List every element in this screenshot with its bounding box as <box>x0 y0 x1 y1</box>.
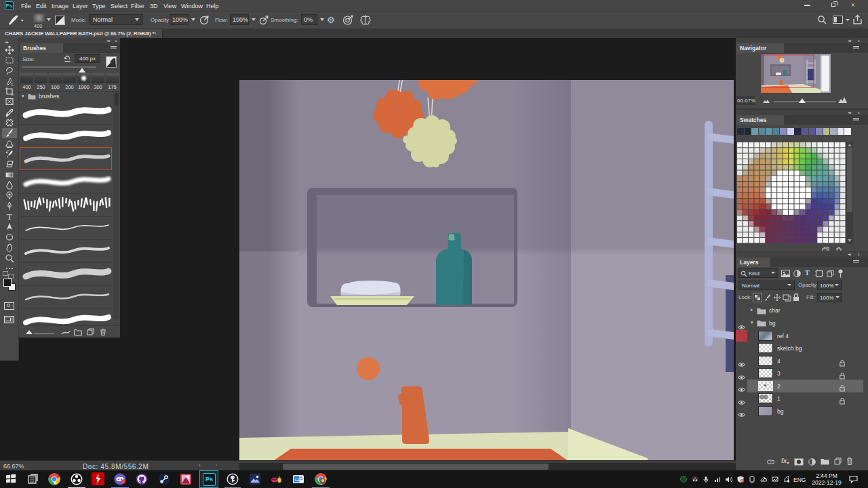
svg-text:GE: GE <box>295 478 301 482</box>
svg-text:T: T <box>7 211 12 221</box>
